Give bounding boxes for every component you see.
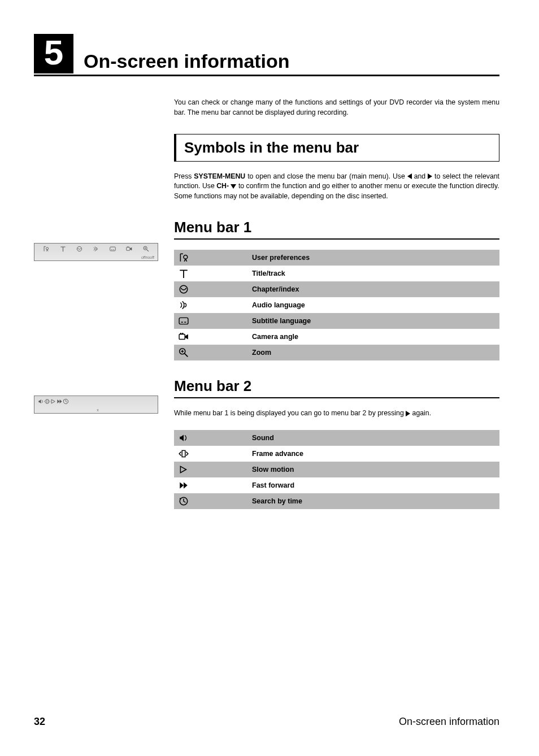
table-row: Sound [174, 430, 499, 446]
menubar2-intro: While menu bar 1 is being displayed you … [174, 409, 499, 419]
row-label: Frame advance [247, 446, 499, 462]
row-label: Slow motion [247, 462, 499, 477]
frame-advance-icon [179, 449, 189, 457]
table-row: Camera angle [174, 329, 499, 345]
right-arrow-icon [406, 411, 410, 416]
section-heading-symbols: Symbols in the menu bar [174, 134, 499, 162]
menubar1-heading: Menu bar 1 [174, 219, 499, 240]
zoom-icon [179, 348, 189, 356]
right-arrow-icon [428, 173, 432, 179]
intro-text: You can check or change many of the func… [174, 98, 499, 118]
symbols-text: Press SYSTEM-MENU to open and close the … [174, 172, 499, 202]
preview-label: off [150, 255, 154, 259]
menubar1-table: User preferences Title/track Chapter/ind… [174, 250, 499, 360]
row-label: Fast forward [247, 477, 499, 493]
page-footer: 32 On-screen information [34, 716, 499, 728]
row-label: Sound [247, 430, 499, 446]
row-label: Subtitle language [247, 313, 499, 329]
preview-label: no [146, 255, 150, 259]
content-area: You can check or change many of the func… [174, 98, 499, 509]
table-row: User preferences [174, 250, 499, 266]
camera-icon [179, 332, 189, 340]
row-label: Camera angle [247, 329, 499, 345]
key-system-menu: SYSTEM-MENU [194, 172, 245, 180]
table-row: Subtitle language [174, 313, 499, 329]
table-row: Audio language [174, 297, 499, 313]
audio-icon [179, 301, 189, 309]
fast-forward-icon [179, 481, 189, 489]
table-row: Search by time [174, 493, 499, 509]
preview-icon [143, 245, 149, 251]
userpref-icon [179, 253, 189, 261]
down-arrow-icon [231, 184, 236, 189]
preview-icon [76, 245, 82, 251]
search-by-time-icon [179, 497, 189, 505]
footer-title: On-screen information [399, 716, 499, 728]
subtitle-icon [179, 316, 189, 324]
title-icon [179, 269, 189, 277]
preview-icon [93, 245, 99, 251]
table-row: Fast forward [174, 477, 499, 493]
preview-icon [110, 245, 116, 251]
row-label: Audio language [247, 297, 499, 313]
chapter-title: On-screen information [84, 50, 290, 73]
chapter-header: 5 On-screen information [34, 34, 499, 76]
preview-icon [44, 398, 50, 404]
preview-icon [60, 245, 66, 251]
table-row: Frame advance [174, 446, 499, 462]
page: 5 On-screen information off no off [0, 0, 539, 756]
preview-icon [63, 398, 69, 404]
table-row: Title/track [174, 266, 499, 281]
row-label: Zoom [247, 345, 499, 360]
key-ch: CH- [216, 182, 229, 190]
row-label: Title/track [247, 266, 499, 281]
menubar2-preview: x [34, 396, 158, 414]
row-label: Chapter/index [247, 281, 499, 297]
menubar2-heading: Menu bar 2 [174, 377, 499, 398]
preview-icon [126, 245, 132, 251]
preview-label: off [141, 255, 146, 259]
row-label: User preferences [247, 250, 499, 266]
menubar2-table: Sound Frame advance Slow motion Fast for… [174, 430, 499, 509]
chapter-icon [179, 285, 189, 293]
table-row: Zoom [174, 345, 499, 360]
table-row: Chapter/index [174, 281, 499, 297]
row-label: Search by time [247, 493, 499, 509]
sound-icon [179, 433, 189, 441]
preview-icon [43, 245, 49, 251]
preview-icon [56, 398, 63, 404]
section-title: Symbols in the menu bar [184, 139, 491, 157]
slow-motion-icon [179, 465, 189, 473]
preview-icon [38, 398, 44, 404]
preview-icon [50, 398, 56, 404]
chapter-number: 5 [34, 34, 73, 73]
menubar1-preview: off no off [34, 243, 158, 261]
preview-label: x [97, 408, 99, 412]
table-row: Slow motion [174, 462, 499, 477]
left-arrow-icon [407, 173, 412, 179]
page-number: 32 [34, 716, 45, 728]
